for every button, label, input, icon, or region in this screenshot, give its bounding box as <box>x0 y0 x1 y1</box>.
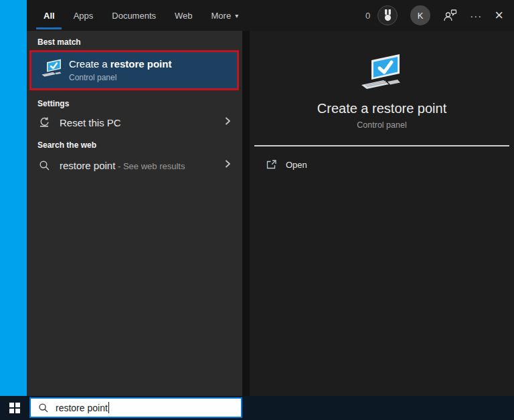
chevron-down-icon: ▾ <box>235 12 238 19</box>
restore-point-app-icon <box>39 58 65 82</box>
preview-title: Create a restore point <box>250 101 514 116</box>
open-label: Open <box>286 160 307 170</box>
feedback-icon[interactable] <box>443 9 457 22</box>
open-in-new-icon <box>266 159 277 170</box>
reset-pc-icon <box>37 116 51 128</box>
taskbar-search-box[interactable]: restore point <box>29 397 242 418</box>
result-web-search[interactable]: restore point - See web results <box>27 154 242 177</box>
taskbar: restore point <box>0 396 514 420</box>
search-input-value[interactable]: restore point <box>56 403 108 413</box>
windows-logo-icon <box>9 403 20 413</box>
topbar-actions: 0 K ··· × <box>365 0 503 31</box>
close-icon[interactable]: × <box>495 8 503 23</box>
tab-all[interactable]: All <box>43 0 56 31</box>
web-query-text: restore point <box>60 160 115 171</box>
panel-divider <box>242 31 250 396</box>
best-match-header: Best match <box>37 37 81 47</box>
more-options-icon[interactable]: ··· <box>470 10 482 21</box>
search-the-web-header: Search the web <box>37 140 96 150</box>
filter-tabs: All Apps Documents Web More ▾ <box>43 0 239 31</box>
tab-more[interactable]: More ▾ <box>211 0 240 31</box>
start-button[interactable] <box>0 396 29 420</box>
chevron-right-icon[interactable] <box>224 159 232 171</box>
search-icon <box>38 403 49 413</box>
preview-panel: Create a restore point Control panel Ope… <box>250 31 514 396</box>
search-filter-bar: All Apps Documents Web More ▾ 0 K <box>27 0 514 31</box>
tab-documents[interactable]: Documents <box>111 0 157 31</box>
best-match-subtitle: Control panel <box>69 73 116 82</box>
search-results-panel: Best match Create a restore point Contro… <box>27 31 242 396</box>
user-avatar[interactable]: K <box>410 5 430 25</box>
result-reset-this-pc[interactable]: Reset this PC <box>27 111 242 134</box>
preview-subtitle: Control panel <box>250 120 514 130</box>
rewards-points-count: 0 <box>365 11 370 21</box>
open-action[interactable]: Open <box>266 159 307 170</box>
web-suffix-text: - See web results <box>115 161 185 171</box>
desktop-background <box>0 0 27 396</box>
tab-apps[interactable]: Apps <box>73 0 94 31</box>
chevron-right-icon[interactable] <box>224 116 232 128</box>
tab-more-label: More <box>211 11 232 21</box>
settings-header: Settings <box>37 99 69 108</box>
result-label: Reset this PC <box>60 117 224 128</box>
windows-search-flyout: All Apps Documents Web More ▾ 0 K <box>27 0 514 396</box>
search-icon <box>37 160 51 171</box>
rewards-medal-icon[interactable] <box>377 5 398 25</box>
preview-divider <box>254 145 509 146</box>
restore-point-app-icon-large <box>357 52 408 96</box>
text-cursor <box>108 402 109 413</box>
tab-web[interactable]: Web <box>174 0 193 31</box>
best-match-title: Create a restore point <box>69 58 171 70</box>
best-match-result[interactable]: Create a restore point Control panel <box>29 50 239 90</box>
medal-icon <box>383 9 393 21</box>
best-match-title-bold: restore point <box>110 58 172 70</box>
best-match-title-regular: Create a <box>69 58 110 70</box>
result-label: restore point - See web results <box>60 160 224 171</box>
